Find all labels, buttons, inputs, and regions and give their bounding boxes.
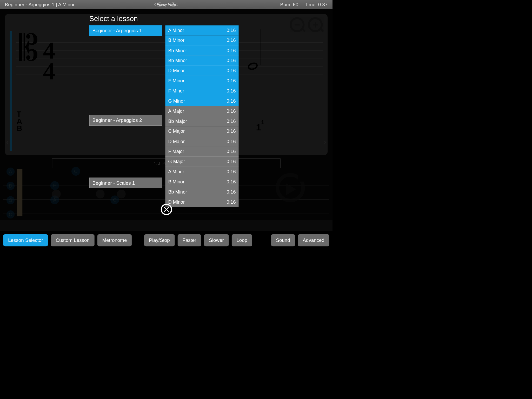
fret-note: C [71,167,80,176]
alto-clef-icon: 𝄡 [19,37,39,59]
lesson-duration: 0:16 [227,58,236,63]
lesson-name: D Minor [168,199,185,205]
time-signature: 4 4 [43,40,55,81]
lesson-item[interactable]: G Major0:16 [165,157,239,167]
lesson-duration: 0:16 [227,48,236,53]
lesson-item[interactable]: Bb Major0:16 [165,116,239,126]
lesson-duration: 0:16 [227,129,236,134]
advanced-button[interactable]: Advanced [298,234,329,246]
lesson-duration: 0:16 [227,108,236,114]
note-stem [261,29,261,65]
lesson-name: A Major [168,108,184,114]
lesson-name: D Minor [168,68,185,74]
lesson-name: B Minor [168,38,184,43]
close-button[interactable]: ✕ [161,204,172,215]
fret-marker [52,190,61,198]
next-page-icon[interactable]: › [324,137,326,146]
nut [17,169,22,216]
lesson-name: Bb Minor [168,58,187,63]
bottom-toolbar: Lesson SelectorCustom LessonMetronome Pl… [0,231,332,249]
lesson-item[interactable]: B Minor0:16 [165,35,239,45]
lesson-duration: 0:16 [227,189,236,195]
lesson-name: F Minor [168,88,184,94]
lesson-item[interactable]: D Major0:16 [165,136,239,147]
lesson-name: B Minor [168,179,184,185]
top-bar: Beginner - Arpeggios 1 | A Minor Purely … [0,0,332,9]
lesson-name: G Major [168,159,185,164]
category-item[interactable]: Beginner - Scales 1 [89,178,162,188]
lesson-item[interactable]: A Major0:16 [165,106,239,116]
lesson-title: Beginner - Arpeggios 1 | A Minor [5,2,75,7]
lesson-selector-modal: Select a lesson Beginner - Arpeggios 1Be… [89,15,239,214]
custom-lesson-button[interactable]: Custom Lesson [51,234,95,246]
lesson-duration: 0:16 [227,179,236,185]
lesson-item[interactable]: F Major0:16 [165,147,239,157]
lesson-item[interactable]: Bb Minor0:16 [165,45,239,56]
fingering-label: 11 [256,122,264,132]
category-column: Beginner - Arpeggios 1Beginner - Arpeggi… [89,25,162,207]
lesson-duration: 0:16 [227,159,236,164]
lesson-duration: 0:16 [227,98,236,104]
lesson-duration: 0:16 [227,38,236,43]
lesson-item[interactable]: A Minor0:16 [165,167,239,177]
category-item[interactable]: Beginner - Arpeggios 1 [89,25,162,36]
time-display: Time: 0:37 [305,2,328,7]
lesson-name: Bb Minor [168,189,187,195]
lesson-duration: 0:16 [227,139,236,144]
lesson-name: C Major [168,129,185,134]
lesson-duration: 0:16 [227,68,236,74]
lesson-name: D Major [168,139,185,144]
string-label: G [6,196,15,204]
lesson-item[interactable]: D Minor0:16 [165,66,239,76]
close-icon: ✕ [163,205,170,215]
lesson-item[interactable]: Bb Minor0:16 [165,187,239,197]
replay-icon[interactable] [276,173,305,202]
lesson-duration: 0:16 [227,78,236,84]
lesson-name: A Minor [168,28,184,33]
lesson-item[interactable]: B Minor0:16 [165,177,239,187]
loop-button[interactable]: Loop [232,234,252,246]
bpm-display: Bpm: 60 [280,2,298,7]
lesson-duration: 0:16 [227,169,236,175]
lesson-name: F Major [168,149,184,154]
lesson-item[interactable]: G Minor0:16 [165,96,239,106]
playhead-bar [10,31,12,151]
lesson-duration: 0:16 [227,118,236,124]
lesson-item[interactable]: A Minor0:16 [165,25,239,36]
zoom-out-icon[interactable]: − [290,17,305,32]
lesson-item[interactable]: F Minor0:16 [165,86,239,96]
string-label: C [6,210,15,218]
faster-button[interactable]: Faster [178,234,201,246]
app-logo: Purely Viola [154,2,178,7]
lesson-item[interactable]: E Minor0:16 [165,76,239,86]
lesson-item[interactable]: C Major0:16 [165,126,239,136]
lesson-column: A Minor0:16B Minor0:16Bb Minor0:16Bb Min… [165,25,239,207]
lesson-duration: 0:16 [227,199,236,205]
lesson-name: Bb Major [168,118,187,124]
modal-title: Select a lesson [89,15,239,23]
lesson-duration: 0:16 [227,149,236,154]
play-stop-button[interactable]: Play/Stop [144,234,175,246]
lesson-duration: 0:16 [227,88,236,94]
lesson-item[interactable]: Bb Minor0:16 [165,56,239,66]
lesson-name: E Minor [168,78,184,84]
sound-button[interactable]: Sound [271,234,295,246]
slower-button[interactable]: Slower [204,234,229,246]
lesson-duration: 0:16 [227,28,236,33]
lesson-item[interactable]: D Minor0:16 [165,197,239,207]
lesson-name: Bb Minor [168,48,187,53]
fret-note: E [50,181,59,190]
string-label: A [6,168,15,176]
lesson-name: G Minor [168,98,185,104]
metronome-button[interactable]: Metronome [97,234,132,246]
lesson-selector-button[interactable]: Lesson Selector [3,234,48,246]
category-item[interactable]: Beginner - Arpeggios 2 [89,115,162,126]
lesson-name: A Minor [168,169,184,175]
string-label: D [6,182,15,190]
zoom-in-icon[interactable]: + [308,17,323,32]
prev-page-icon[interactable]: ‹ [6,137,9,146]
